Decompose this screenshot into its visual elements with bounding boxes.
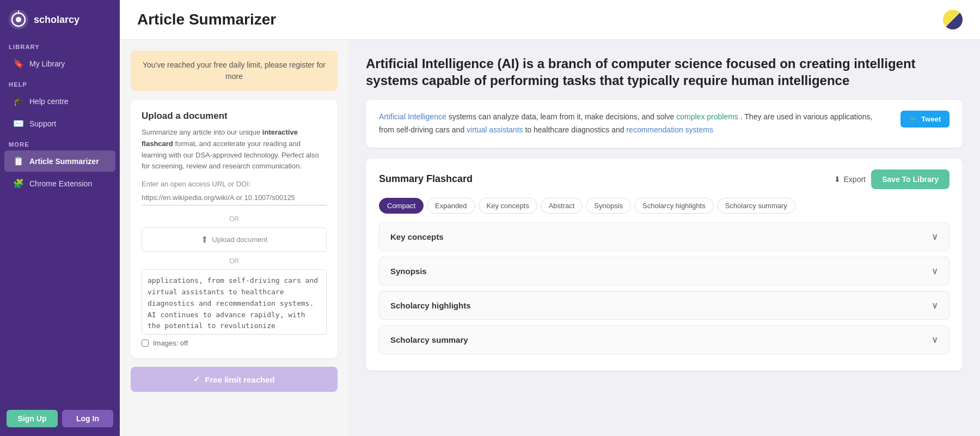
accordion-header-scholarcy-summary[interactable]: Scholarcy summary ∨ [379, 326, 949, 354]
flashcard-header: Summary Flashcard ⬇ Export Save To Libra… [379, 169, 950, 189]
chevron-down-icon: ∨ [932, 335, 938, 345]
bookmark-icon: 🔖 [13, 58, 24, 69]
sidebar-item-label-summarizer: Article Summarizer [29, 157, 99, 166]
sidebar-item-label-chrome: Chrome Extension [29, 179, 92, 188]
images-checkbox[interactable] [142, 340, 149, 347]
upload-title: Upload a document [142, 111, 327, 122]
login-button[interactable]: Log In [62, 410, 113, 427]
tab-bar: CompactExpandedKey conceptsAbstractSynop… [379, 198, 950, 214]
sidebar-bottom: Sign Up Log In [0, 401, 120, 436]
tab-scholarcy-summary[interactable]: Scholarcy summary [717, 198, 795, 214]
help-section-label: HELP [0, 75, 120, 90]
accordion-header-key-concepts[interactable]: Key concepts ∨ [379, 223, 949, 251]
chevron-down-icon: ∨ [932, 300, 938, 311]
export-button[interactable]: ⬇ Export [834, 175, 866, 184]
logo-text: scholarcy [34, 14, 79, 26]
upload-document-button[interactable]: ⬆ Upload document [142, 227, 327, 252]
url-label: Enter an open access URL or DOI: [142, 180, 327, 188]
tab-compact[interactable]: Compact [379, 198, 424, 214]
sidebar-item-support[interactable]: ✉️ Support [4, 113, 115, 134]
page-title: Article Summarizer [137, 11, 276, 28]
sidebar-item-my-library[interactable]: 🔖 My Library [4, 53, 115, 74]
divider-or-1: OR [142, 215, 327, 223]
svg-point-2 [16, 17, 21, 22]
left-panel: You've reached your free daily limit, pl… [120, 40, 348, 436]
sidebar-item-label-my-library: My Library [29, 59, 65, 68]
url-input[interactable] [142, 190, 327, 205]
sidebar: scholarcy LIBRARY 🔖 My Library HELP 🎓 He… [0, 0, 120, 436]
library-section-label: LIBRARY [0, 37, 120, 52]
link-recommendation-systems[interactable]: recommendation systems [626, 125, 713, 134]
link-ai[interactable]: Artificial Intelligence [379, 112, 446, 121]
images-label: Images: off [153, 339, 188, 347]
accordion-header-synopsis[interactable]: Synopsis ∨ [379, 257, 949, 285]
sidebar-item-label-help: Help centre [29, 97, 69, 106]
export-icon: ⬇ [834, 175, 841, 184]
accordion-list: Key concepts ∨ Synopsis ∨ Scholarcy high… [379, 222, 950, 354]
accordion-synopsis: Synopsis ∨ [379, 257, 950, 286]
chevron-down-icon: ∨ [932, 232, 938, 242]
sidebar-item-chrome-extension[interactable]: 🧩 Chrome Extension [4, 173, 115, 194]
right-panel: Artificial Intelligence (AI) is a branch… [348, 40, 980, 436]
upload-description: Summarize any article into our unique in… [142, 127, 327, 172]
accordion-label-key-concepts: Key concepts [390, 232, 444, 241]
page-header: Article Summarizer [120, 0, 980, 40]
tab-key-concepts[interactable]: Key concepts [479, 198, 537, 214]
graduation-icon: 🎓 [13, 96, 24, 106]
sidebar-item-article-summarizer[interactable]: 📋 Article Summarizer [4, 150, 115, 172]
chevron-down-icon: ∨ [932, 266, 938, 276]
link-complex-problems[interactable]: complex problems [676, 112, 738, 121]
link-virtual-assistants[interactable]: virtual assistants [467, 125, 523, 134]
tab-synopsis[interactable]: Synopsis [586, 198, 631, 214]
accordion-scholarcy-summary: Scholarcy summary ∨ [379, 325, 950, 354]
article-text-input[interactable]: applications, from self-driving cars and… [142, 269, 327, 335]
tab-expanded[interactable]: Expanded [427, 198, 475, 214]
flashcard-section: Summary Flashcard ⬇ Export Save To Libra… [366, 159, 963, 371]
checkmark-icon: ✓ [193, 374, 200, 384]
accordion-label-scholarcy-summary: Scholarcy summary [390, 335, 468, 344]
tweet-button[interactable]: 🐦 Tweet [901, 111, 950, 128]
flashcard-title: Summary Flashcard [379, 173, 473, 185]
article-title: Artificial Intelligence (AI) is a branch… [366, 55, 963, 89]
flashcard-actions: ⬇ Export Save To Library [834, 169, 950, 189]
summary-text-start: systems can analyze data, learn from it,… [449, 112, 677, 121]
upload-icon: ⬆ [201, 234, 208, 245]
theme-toggle-button[interactable] [943, 10, 963, 29]
clipboard-icon: 📋 [13, 156, 24, 166]
sidebar-logo: scholarcy [0, 0, 120, 37]
email-icon: ✉️ [13, 118, 24, 129]
chrome-icon: 🧩 [13, 178, 24, 189]
twitter-icon: 🐦 [909, 115, 918, 123]
alert-banner: You've reached your free daily limit, pl… [131, 51, 338, 91]
summary-text-end: to healthcare diagnostics and [525, 125, 626, 134]
divider-or-2: OR [142, 257, 327, 265]
tab-scholarcy-highlights[interactable]: Scholarcy highlights [634, 198, 714, 214]
free-limit-button: ✓ Free limit reached [131, 367, 338, 392]
accordion-header-scholarcy-highlights[interactable]: Scholarcy highlights ∨ [379, 292, 949, 319]
upload-card: Upload a document Summarize any article … [131, 100, 338, 358]
accordion-label-synopsis: Synopsis [390, 267, 427, 276]
main-area: Article Summarizer You've reached your f… [120, 0, 980, 436]
sidebar-item-label-support: Support [29, 119, 56, 128]
accordion-scholarcy-highlights: Scholarcy highlights ∨ [379, 291, 950, 320]
images-toggle[interactable]: Images: off [142, 339, 327, 347]
signup-button[interactable]: Sign Up [7, 410, 58, 427]
sidebar-item-help-centre[interactable]: 🎓 Help centre [4, 90, 115, 112]
content-area: You've reached your free daily limit, pl… [120, 40, 980, 436]
logo-icon [9, 10, 28, 29]
tab-abstract[interactable]: Abstract [541, 198, 583, 214]
accordion-key-concepts: Key concepts ∨ [379, 222, 950, 251]
save-to-library-button[interactable]: Save To Library [871, 169, 950, 189]
summary-card: Artificial Intelligence systems can anal… [366, 100, 963, 148]
summary-text: Artificial Intelligence systems can anal… [379, 111, 890, 137]
accordion-label-scholarcy-highlights: Scholarcy highlights [390, 301, 471, 310]
more-section-label: MORE [0, 135, 120, 150]
